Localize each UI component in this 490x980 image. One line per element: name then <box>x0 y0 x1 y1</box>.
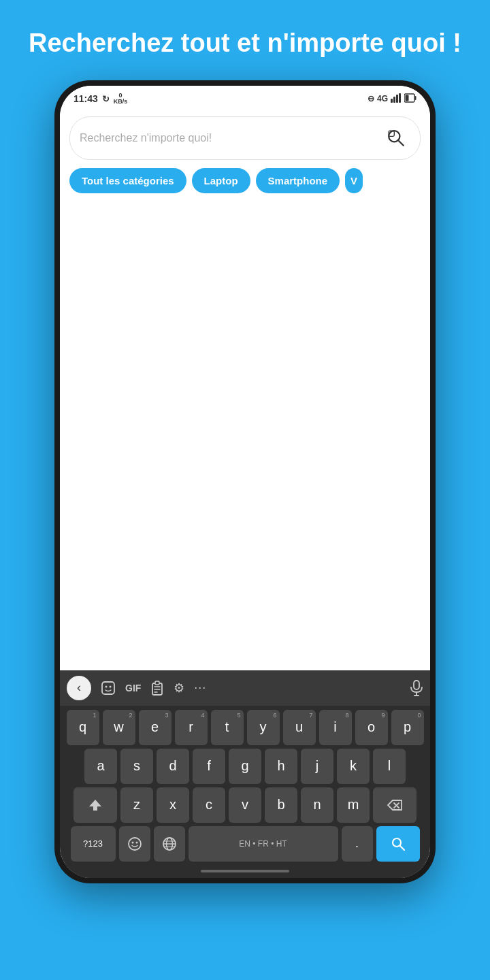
chip-all-categories[interactable]: Tout les catégories <box>69 168 186 193</box>
svg-rect-6 <box>406 95 409 101</box>
svg-rect-3 <box>399 93 401 103</box>
key-o[interactable]: 9o <box>355 710 388 745</box>
network-label: 4G <box>377 94 388 103</box>
chip-smartphone[interactable]: Smartphone <box>256 168 340 193</box>
phone-screen: 11:43 ↻ 0 KB/s ⊖ 4G <box>60 86 430 878</box>
key-j[interactable]: j <box>301 749 333 784</box>
key-v[interactable]: v <box>229 787 261 823</box>
network-speed: 0 KB/s <box>114 93 128 106</box>
refresh-icon: ↻ <box>102 94 110 104</box>
svg-point-23 <box>129 838 141 850</box>
key-n[interactable]: n <box>301 787 333 823</box>
keyboard-mic-button[interactable] <box>410 680 423 696</box>
key-x[interactable]: x <box>157 787 189 823</box>
keyboard: ‹ GIF <box>60 670 430 878</box>
keyboard-bottom-bar <box>60 864 430 878</box>
svg-point-25 <box>135 841 137 843</box>
key-l[interactable]: l <box>373 749 406 784</box>
key-r[interactable]: 4r <box>175 710 208 745</box>
svg-rect-5 <box>415 96 416 100</box>
key-shift[interactable] <box>74 787 117 823</box>
key-y[interactable]: 6y <box>247 710 280 745</box>
chip-laptop[interactable]: Laptop <box>192 168 250 193</box>
keyboard-row-1: 1q 2w 3e 4r 5t 6y <box>63 710 427 745</box>
keyboard-row-4: ?123 <box>63 826 427 862</box>
key-b[interactable]: b <box>265 787 297 823</box>
svg-point-12 <box>110 685 112 687</box>
battery-icon <box>404 93 416 105</box>
keyboard-toolbar: ‹ GIF <box>60 670 430 706</box>
phone-mockup: 11:43 ↻ 0 KB/s ⊖ 4G <box>54 80 436 883</box>
key-h[interactable]: h <box>265 749 297 784</box>
svg-line-9 <box>398 140 404 146</box>
key-m[interactable]: m <box>337 787 370 823</box>
category-chips: Tout les catégories Laptop Smartphone V <box>60 168 430 203</box>
keyboard-settings-button[interactable]: ⚙ <box>174 681 184 696</box>
page-title: Recherchez tout et n'importe quoi ! <box>1 0 489 80</box>
search-bar-container: Recherchez n'importe quoi! <box>60 110 430 168</box>
key-t[interactable]: 5t <box>211 710 244 745</box>
status-time: 11:43 <box>74 93 98 104</box>
key-f[interactable]: f <box>193 749 225 784</box>
key-globe[interactable] <box>154 826 185 862</box>
search-icon <box>384 126 408 150</box>
key-space[interactable]: EN • FR • HT <box>189 826 338 862</box>
keyboard-sticker-button[interactable] <box>101 681 116 696</box>
key-a[interactable]: a <box>84 749 117 784</box>
key-search[interactable] <box>376 826 420 862</box>
key-backspace[interactable] <box>373 787 416 823</box>
keyboard-rows: 1q 2w 3e 4r 5t 6y <box>60 706 430 864</box>
search-placeholder: Recherchez n'importe quoi! <box>80 132 382 144</box>
main-content <box>60 203 430 670</box>
signal-icon <box>391 93 402 105</box>
home-indicator <box>201 870 289 872</box>
svg-rect-14 <box>155 681 159 685</box>
key-p[interactable]: 0p <box>391 710 424 745</box>
status-bar: 11:43 ↻ 0 KB/s ⊖ 4G <box>60 86 430 110</box>
keyboard-row-2: a s d f g h j k l <box>63 749 427 784</box>
svg-rect-1 <box>393 97 395 103</box>
key-s[interactable]: s <box>120 749 153 784</box>
svg-rect-18 <box>414 681 419 689</box>
svg-point-11 <box>105 685 108 687</box>
key-e[interactable]: 3e <box>139 710 172 745</box>
svg-rect-0 <box>391 99 393 103</box>
status-left: 11:43 ↻ 0 KB/s <box>74 93 127 106</box>
svg-rect-2 <box>396 95 398 103</box>
key-k[interactable]: k <box>337 749 370 784</box>
key-q[interactable]: 1q <box>67 710 99 745</box>
svg-rect-10 <box>102 682 114 694</box>
key-period[interactable]: . <box>342 826 373 862</box>
svg-line-32 <box>399 845 404 850</box>
keyboard-gif-button[interactable]: GIF <box>125 683 141 693</box>
key-u[interactable]: 7u <box>283 710 316 745</box>
key-numeric[interactable]: ?123 <box>71 826 116 862</box>
keyboard-back-button[interactable]: ‹ <box>67 676 91 700</box>
key-g[interactable]: g <box>229 749 261 784</box>
search-bar[interactable]: Recherchez n'importe quoi! <box>69 116 421 160</box>
search-icon-wrapper[interactable] <box>382 124 410 152</box>
do-not-disturb-icon: ⊖ <box>368 94 374 103</box>
key-emoji[interactable] <box>119 826 150 862</box>
key-i[interactable]: 8i <box>319 710 352 745</box>
chip-partial[interactable]: V <box>345 168 363 193</box>
status-right: ⊖ 4G <box>368 93 416 105</box>
keyboard-row-3: z x c v b n m <box>63 787 427 823</box>
key-d[interactable]: d <box>157 749 189 784</box>
key-z[interactable]: z <box>120 787 153 823</box>
key-w[interactable]: 2w <box>103 710 135 745</box>
keyboard-more-button[interactable]: ··· <box>194 681 206 695</box>
keyboard-clipboard-button[interactable] <box>150 681 164 696</box>
svg-point-24 <box>131 841 133 843</box>
key-c[interactable]: c <box>193 787 225 823</box>
